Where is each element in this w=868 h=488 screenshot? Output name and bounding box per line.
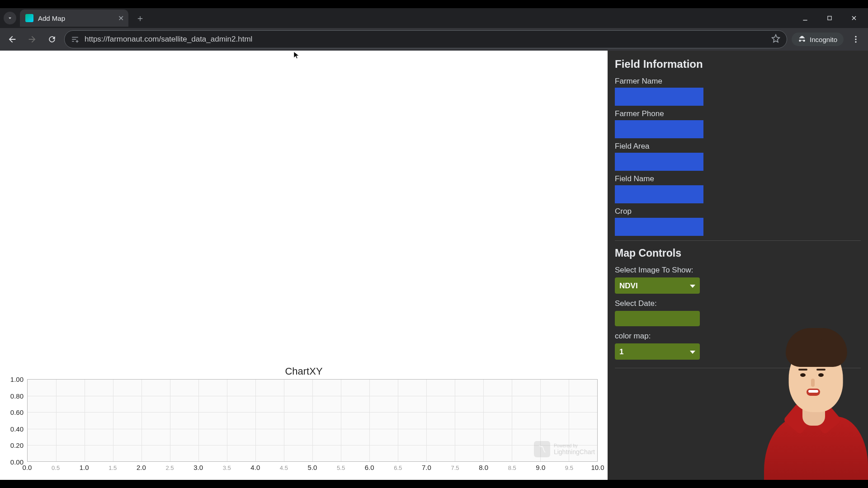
arrow-left-icon <box>7 34 17 44</box>
mouse-cursor-icon <box>292 51 301 59</box>
window-close-button[interactable] <box>847 11 861 25</box>
reload-icon <box>47 35 57 44</box>
tune-icon <box>71 35 79 43</box>
close-icon <box>850 14 858 22</box>
farmer-phone-label: Farmer Phone <box>615 109 861 118</box>
farmer-name-input[interactable] <box>615 88 703 106</box>
field-area-input[interactable] <box>615 153 703 171</box>
star-icon <box>771 34 780 43</box>
map-canvas[interactable] <box>0 51 608 362</box>
crop-label: Crop <box>615 207 861 216</box>
farmer-phone-input[interactable] <box>615 120 703 138</box>
tab-favicon <box>25 14 33 22</box>
browser-tab-active[interactable]: Add Map ✕ <box>20 9 128 27</box>
incognito-indicator[interactable]: Incognito <box>792 33 844 46</box>
browser-toolbar: https://farmonaut.com/satellite_data_adm… <box>0 28 868 51</box>
dots-vertical-icon <box>851 35 860 44</box>
svg-point-5 <box>855 38 856 40</box>
incognito-icon <box>798 35 806 43</box>
window-minimize-button[interactable] <box>798 11 812 25</box>
chart-watermark: 〽 Powered by LightningChart <box>534 441 595 457</box>
section-divider <box>615 240 861 241</box>
maximize-icon <box>826 15 833 21</box>
select-date-input[interactable] <box>615 311 700 326</box>
nav-forward-button[interactable] <box>24 32 40 47</box>
window-maximize-button[interactable] <box>823 11 836 25</box>
tab-close-button[interactable]: ✕ <box>118 14 124 23</box>
browser-menu-button[interactable] <box>848 32 863 47</box>
new-tab-button[interactable]: ＋ <box>134 12 146 24</box>
field-name-input[interactable] <box>615 185 703 203</box>
side-panel: Field Information Farmer Name Farmer Pho… <box>608 51 868 480</box>
arrow-right-icon <box>27 34 37 44</box>
svg-rect-1 <box>828 16 831 20</box>
incognito-label: Incognito <box>810 36 837 43</box>
chart-plot-area[interactable] <box>27 379 598 462</box>
nav-back-button[interactable] <box>5 32 20 47</box>
color-map-dropdown[interactable]: 1 <box>615 343 700 360</box>
chevron-down-icon <box>7 15 13 21</box>
window-controls <box>798 8 865 28</box>
address-bar[interactable]: https://farmonaut.com/satellite_data_adm… <box>64 30 787 48</box>
field-area-label: Field Area <box>615 142 861 151</box>
url-text: https://farmonaut.com/satellite_data_adm… <box>85 35 252 44</box>
farmer-name-label: Farmer Name <box>615 77 861 86</box>
chart-title: ChartXY <box>0 363 608 377</box>
tab-search-button[interactable] <box>4 12 16 24</box>
nav-reload-button[interactable] <box>44 32 60 47</box>
field-information-heading: Field Information <box>615 58 861 70</box>
chart-panel: ChartXY <box>0 362 608 480</box>
chart-y-ticks: 1.00 0.80 0.60 0.40 0.20 0.00 <box>4 379 25 462</box>
select-image-dropdown[interactable]: NDVI <box>615 277 700 294</box>
select-image-label: Select Image To Show: <box>615 266 861 275</box>
site-settings-icon[interactable] <box>71 35 79 43</box>
tab-title: Add Map <box>38 14 65 22</box>
field-name-label: Field Name <box>615 174 861 183</box>
bookmark-button[interactable] <box>771 34 780 45</box>
lightningchart-logo-icon: 〽 <box>534 441 550 457</box>
chart-x-ticks: 0.0 0.5 1.0 1.5 2.0 2.5 3.0 3.5 4.0 4.5 … <box>27 464 598 477</box>
svg-point-4 <box>855 36 856 38</box>
crop-input[interactable] <box>615 218 703 236</box>
browser-tab-strip: Add Map ✕ ＋ <box>0 8 868 28</box>
map-controls-heading: Map Controls <box>615 247 861 259</box>
presenter-avatar <box>755 340 868 480</box>
select-date-label: Select Date: <box>615 299 861 308</box>
svg-point-6 <box>855 41 856 42</box>
minimize-icon <box>802 14 809 22</box>
